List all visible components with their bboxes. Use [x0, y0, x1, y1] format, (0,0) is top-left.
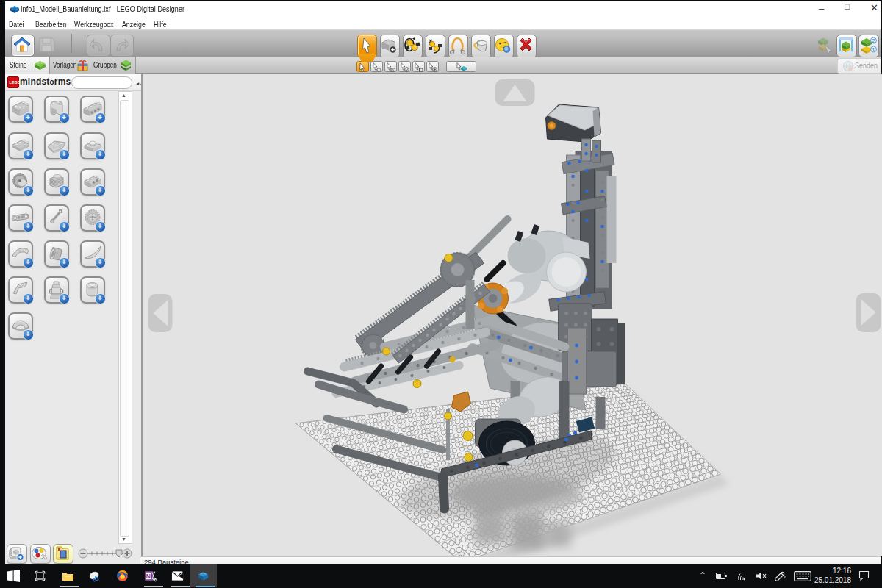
svg-text:2: 2	[872, 37, 875, 44]
svg-text:N: N	[146, 573, 151, 580]
svg-text:1: 1	[872, 46, 875, 53]
